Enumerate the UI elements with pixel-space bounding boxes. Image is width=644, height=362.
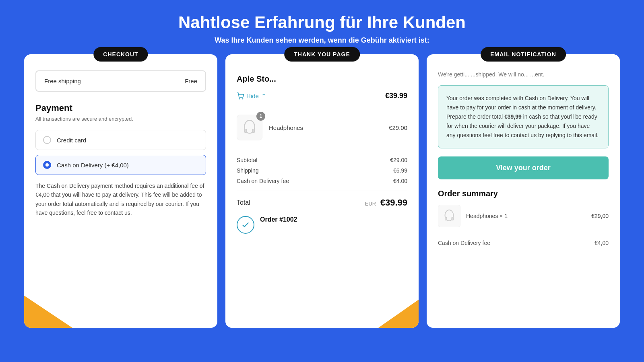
checkmark-icon [241, 220, 250, 229]
svg-rect-3 [244, 129, 246, 133]
svg-point-1 [242, 99, 243, 99]
summary-product-row: Headphones × 1 €29,00 [438, 205, 609, 234]
chevron-up-icon: ⌃ [261, 93, 266, 100]
summary-product-image [438, 205, 460, 227]
cart-summary-header: Hide ⌃ €39.99 [237, 92, 407, 107]
subtotal-row: Subtotal €29.00 [237, 157, 407, 163]
email-card-wrapper: EMAIL NOTIFICATION We're getti... ...shi… [427, 54, 620, 328]
order-number: Order #1002 [260, 216, 297, 223]
radio-credit-card [43, 136, 51, 144]
product-price: €29.00 [389, 124, 407, 131]
subtotal-label: Subtotal [237, 157, 257, 163]
payment-subtitle: All transactions are secure and encrypte… [35, 116, 206, 122]
email-body-box: Your order was completed with Cash on De… [438, 85, 609, 148]
orange-triangle-1 [24, 296, 72, 328]
cod-fee-value: €4.00 [393, 178, 407, 184]
email-preview-text: We're getti... ...shipped. We will no...… [438, 70, 609, 79]
order-confirm-text: Order #1002 [260, 216, 297, 223]
thankyou-card: Aple Sto... Hide ⌃ €39.99 [225, 54, 419, 328]
page-header: Nahtlose Erfahrung für Ihre Kunden Was I… [0, 0, 644, 54]
summary-cod-fee-value: €4,00 [594, 240, 609, 246]
cod-fee-label: Cash on Delivery fee [237, 178, 289, 184]
svg-rect-7 [452, 217, 454, 220]
order-confirm: Order #1002 [237, 216, 407, 234]
total-amount-container: EUR €39.99 [365, 197, 407, 208]
product-name: Headphones [269, 124, 382, 131]
payment-title: Payment [35, 103, 206, 113]
total-label: Total [237, 199, 250, 206]
svg-point-0 [239, 99, 240, 99]
thankyou-card-content: Aple Sto... Hide ⌃ €39.99 [225, 54, 419, 247]
email-amount: €39,99 [504, 113, 522, 120]
svg-rect-6 [445, 217, 447, 220]
product-quantity-badge: 1 [256, 112, 265, 121]
total-currency: EUR [365, 201, 376, 207]
email-card-content: We're getti... ...shipped. We will no...… [427, 54, 620, 262]
shipping-label: Free shipping [44, 78, 81, 84]
cod-fee-row: Cash on Delivery fee €4.00 [237, 178, 407, 184]
payment-section: Payment All transactions are secure and … [35, 103, 206, 218]
cod-option[interactable]: Cash on Delivery (+ €4,00) [35, 155, 206, 175]
cart-icon [237, 93, 244, 100]
svg-rect-4 [252, 129, 254, 133]
credit-card-option[interactable]: Credit card [35, 130, 206, 150]
summary-cod-fee-row: Cash on Delivery fee €4,00 [438, 240, 609, 246]
subtotal-value: €29.00 [390, 157, 407, 163]
line-items: Subtotal €29.00 Shipping €6.99 Cash on D… [237, 157, 407, 184]
thankyou-badge: THANK YOU PAGE [284, 47, 360, 62]
total-amount: €39.99 [380, 197, 407, 208]
headphones-icon [242, 118, 257, 137]
view-order-button[interactable]: View your order [438, 156, 609, 179]
summary-product-price: €29,00 [591, 213, 609, 219]
hide-label: Hide [246, 93, 259, 99]
check-circle-icon [237, 216, 254, 234]
summary-headphones-icon [443, 208, 455, 224]
shipping-label: Shipping [237, 167, 259, 174]
divider [237, 191, 407, 191]
thankyou-card-wrapper: THANK YOU PAGE Aple Sto... Hide ⌃ €39.99 [225, 54, 419, 328]
email-card: We're getti... ...shipped. We will no...… [427, 54, 620, 328]
checkout-card-content: Free shipping Free Payment All transacti… [24, 54, 217, 230]
radio-cod-inner [45, 163, 49, 167]
order-summary-title: Order summary [438, 189, 609, 198]
store-name: Aple Sto... [237, 70, 407, 84]
summary-product-name: Headphones × 1 [466, 213, 586, 219]
checkout-card: Free shipping Free Payment All transacti… [24, 54, 217, 328]
shipping-value: Free [185, 78, 197, 84]
total-row: Total EUR €39.99 [237, 197, 407, 208]
page-subtitle: Was Ihre Kunden sehen werden, wenn die G… [0, 36, 644, 45]
checkout-card-wrapper: CHECKOUT Free shipping Free Payment All … [24, 54, 217, 328]
page-title: Nahtlose Erfahrung für Ihre Kunden [0, 13, 644, 32]
cards-container: CHECKOUT Free shipping Free Payment All … [0, 54, 644, 336]
shipping-row: Shipping €6.99 [237, 167, 407, 174]
credit-card-label: Credit card [57, 137, 86, 144]
email-badge: EMAIL NOTIFICATION [481, 47, 566, 62]
cart-total: €39.99 [385, 92, 407, 100]
orange-triangle-2 [378, 300, 419, 328]
hide-link[interactable]: Hide ⌃ [237, 93, 266, 100]
shipping-box: Free shipping Free [35, 70, 206, 92]
radio-cod [43, 161, 51, 169]
cod-label: Cash on Delivery (+ €4,00) [57, 162, 129, 169]
summary-cod-fee-label: Cash on Delivery fee [438, 240, 490, 246]
checkout-badge: CHECKOUT [93, 47, 148, 62]
shipping-value: €6.99 [393, 167, 407, 174]
product-row: 1 Headphones €29.00 [237, 115, 407, 147]
cod-description: The Cash on Delivery payment method requ… [35, 181, 206, 218]
product-image: 1 [237, 115, 262, 140]
